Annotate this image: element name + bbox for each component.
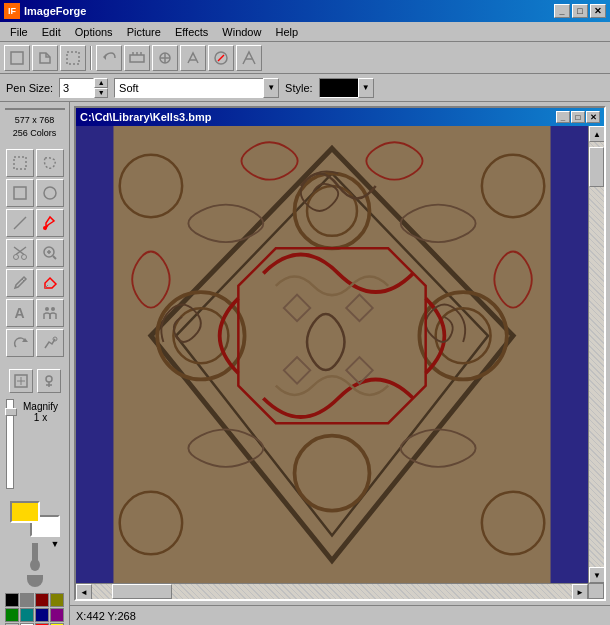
tool-ellipse[interactable] — [36, 179, 64, 207]
svg-line-22 — [14, 247, 24, 255]
tool-eraser[interactable] — [36, 269, 64, 297]
svg-rect-2 — [67, 52, 79, 64]
menu-help[interactable]: Help — [269, 25, 304, 39]
tool-select-rect[interactable] — [6, 149, 34, 177]
tool-people[interactable] — [36, 299, 64, 327]
title-bar: IF ImageForge _ □ ✕ — [0, 0, 610, 22]
palette-color-1[interactable] — [20, 593, 34, 607]
title-controls: _ □ ✕ — [554, 4, 606, 18]
toolbar-btn-3[interactable] — [60, 45, 86, 71]
menu-effects[interactable]: Effects — [169, 25, 214, 39]
doc-area: C:\Cd\Library\Kells3.bmp _ □ ✕ — [70, 102, 610, 625]
image-scrollable: ▲ ▼ — [76, 126, 604, 583]
palette-color-5[interactable] — [20, 608, 34, 622]
toolbar-btn-1[interactable] — [4, 45, 30, 71]
app-title: ImageForge — [24, 5, 86, 17]
scroll-up-arrow[interactable]: ▲ — [589, 126, 604, 142]
tool-pencil[interactable] — [6, 269, 34, 297]
svg-point-30 — [51, 307, 55, 311]
toolbar-btn-undo[interactable] — [96, 45, 122, 71]
tool-row-4 — [6, 239, 64, 267]
palette-color-6[interactable] — [35, 608, 49, 622]
palette-color-3[interactable] — [50, 593, 64, 607]
close-button[interactable]: ✕ — [590, 4, 606, 18]
celtic-image — [76, 126, 588, 583]
svg-rect-4 — [130, 55, 144, 62]
magnify-label: Magnify 1 x — [16, 397, 66, 491]
tool-extra-2[interactable] — [37, 369, 61, 393]
tool-smudge[interactable] — [36, 329, 64, 357]
svg-point-34 — [46, 376, 52, 382]
style-arrow[interactable]: ▼ — [358, 78, 374, 98]
tool-row-2 — [6, 179, 64, 207]
pen-size-input[interactable] — [59, 78, 94, 98]
inner-title-controls: _ □ ✕ — [556, 111, 600, 123]
magnify-slider[interactable] — [6, 399, 14, 489]
tool-rect[interactable] — [6, 179, 34, 207]
extra-tools — [9, 369, 61, 393]
vertical-scrollbar[interactable]: ▲ ▼ — [588, 126, 604, 583]
palette-color-4[interactable] — [5, 608, 19, 622]
minimize-button[interactable]: _ — [554, 4, 570, 18]
scroll-right-arrow[interactable]: ► — [572, 584, 588, 600]
svg-point-19 — [13, 255, 18, 260]
color-swatches — [10, 501, 60, 537]
brush-round — [27, 575, 43, 587]
tool-row-6: A — [6, 299, 64, 327]
menu-options[interactable]: Options — [69, 25, 119, 39]
toolbar-btn-2[interactable] — [32, 45, 58, 71]
svg-point-38 — [30, 559, 40, 571]
toolbar-btn-9[interactable] — [236, 45, 262, 71]
toolbox: 577 x 768 256 Colors — [0, 102, 70, 625]
inner-window: C:\Cd\Library\Kells3.bmp _ □ ✕ — [74, 106, 606, 601]
scroll-h-track[interactable] — [92, 584, 572, 599]
horizontal-scrollbar[interactable]: ◄ ► — [76, 583, 588, 599]
palette-color-0[interactable] — [5, 593, 19, 607]
svg-rect-14 — [14, 157, 26, 169]
brush-tip — [27, 575, 43, 587]
toolbar-btn-8[interactable] — [208, 45, 234, 71]
toolbar-btn-6[interactable] — [152, 45, 178, 71]
tool-rotate[interactable] — [6, 329, 34, 357]
menu-picture[interactable]: Picture — [121, 25, 167, 39]
palette-color-7[interactable] — [50, 608, 64, 622]
tool-line[interactable] — [6, 209, 34, 237]
primary-color[interactable] — [10, 501, 40, 523]
toolbar-btn-7[interactable] — [180, 45, 206, 71]
scroll-v-track[interactable] — [589, 142, 604, 567]
scroll-corner — [588, 583, 604, 599]
tool-text[interactable]: A — [6, 299, 34, 327]
svg-point-20 — [21, 255, 26, 260]
svg-line-24 — [53, 256, 56, 259]
tool-zoom[interactable] — [36, 239, 64, 267]
menu-edit[interactable]: Edit — [36, 25, 67, 39]
inner-maximize[interactable]: □ — [571, 111, 585, 123]
tool-extra-1[interactable] — [9, 369, 33, 393]
brush-type-select[interactable]: Soft Hard Round Square — [114, 78, 264, 98]
inner-minimize[interactable]: _ — [556, 111, 570, 123]
scroll-left-arrow[interactable]: ◄ — [76, 584, 92, 600]
tool-select-freehand[interactable] — [36, 149, 64, 177]
pen-size-down[interactable]: ▼ — [94, 88, 108, 98]
toolbar — [0, 42, 610, 74]
menu-file[interactable]: File — [4, 25, 34, 39]
inner-close[interactable]: ✕ — [586, 111, 600, 123]
maximize-button[interactable]: □ — [572, 4, 588, 18]
svg-rect-63 — [76, 126, 588, 583]
pen-size-up[interactable]: ▲ — [94, 78, 108, 88]
palette-color-2[interactable] — [35, 593, 49, 607]
image-dimensions: 577 x 768 256 Colors — [13, 114, 57, 139]
scroll-v-thumb[interactable] — [589, 147, 604, 187]
brush-type-arrow[interactable]: ▼ — [263, 78, 279, 98]
scroll-down-arrow[interactable]: ▼ — [589, 567, 604, 583]
tool-scissors[interactable] — [6, 239, 34, 267]
tool-color-pick[interactable] — [36, 209, 64, 237]
style-color-swatch[interactable] — [319, 78, 359, 98]
color-arrow[interactable]: ▼ — [10, 539, 60, 549]
pen-size-label: Pen Size: — [6, 82, 53, 94]
menu-window[interactable]: Window — [216, 25, 267, 39]
svg-line-17 — [14, 217, 26, 229]
scroll-h-thumb[interactable] — [112, 584, 172, 599]
toolbar-btn-5[interactable] — [124, 45, 150, 71]
svg-point-18 — [43, 226, 47, 230]
